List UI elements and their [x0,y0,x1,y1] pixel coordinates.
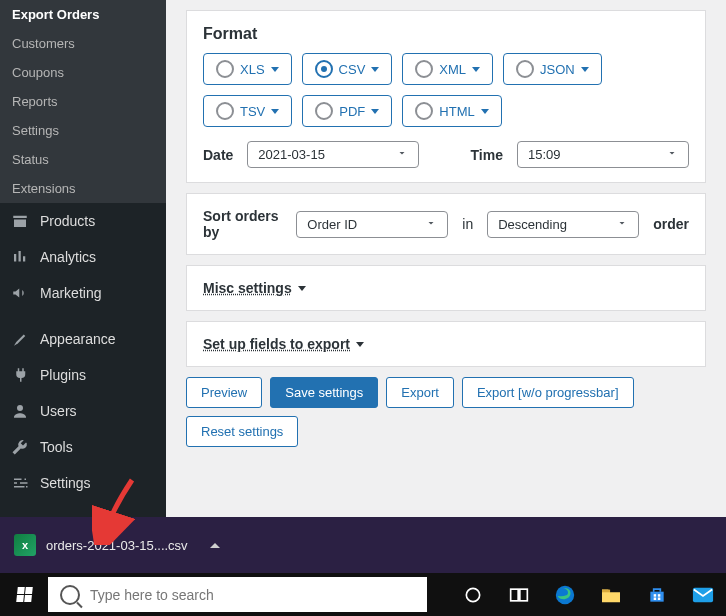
sidebar-item-settings[interactable]: Settings [0,116,166,145]
radio-icon [415,102,433,120]
sort-section: Sort orders by Order ID in Descending or… [186,193,706,255]
misc-settings-section: Misc settings [186,265,706,311]
chevron-down-icon [356,342,364,347]
plug-icon [10,365,30,385]
main-content: Format XLS CSV XML JSON TSV PDF HTML Dat… [166,0,726,527]
svg-rect-5 [654,594,657,597]
fields-section: Set up fields to export [186,321,706,367]
sort-label: Sort orders by [203,208,282,240]
radio-icon [216,102,234,120]
svg-rect-2 [520,589,528,601]
date-select[interactable]: 2021-03-15 [247,141,419,168]
sidebar-item-label: Analytics [40,249,96,265]
save-settings-button[interactable]: Save settings [270,377,378,408]
taskbar-store[interactable] [634,573,680,616]
sort-suffix-text: order [653,216,689,232]
taskbar-taskview[interactable] [496,573,542,616]
chevron-up-icon [210,543,220,548]
sidebar-item-extensions[interactable]: Extensions [0,174,166,203]
download-filename[interactable]: orders-2021-03-15....csv [46,538,188,553]
format-option-tsv[interactable]: TSV [203,95,292,127]
chevron-down-icon [666,147,678,162]
chevron-down-icon [472,67,480,72]
download-options-button[interactable] [206,536,224,554]
format-options: XLS CSV XML JSON TSV PDF HTML [203,53,689,127]
action-buttons: Preview Save settings Export Export [w/o… [186,377,706,447]
svg-point-0 [466,588,479,601]
chevron-down-icon [271,67,279,72]
format-title: Format [203,25,689,43]
sidebar-item-reports[interactable]: Reports [0,87,166,116]
svg-rect-1 [511,589,519,601]
format-option-xml[interactable]: XML [402,53,493,85]
radio-icon [315,60,333,78]
chevron-down-icon [425,217,437,232]
sidebar-item-label: Products [40,213,95,229]
misc-settings-toggle[interactable]: Misc settings [203,280,306,296]
sort-row: Sort orders by Order ID in Descending or… [203,208,689,240]
brush-icon [10,329,30,349]
sidebar-item-customers[interactable]: Customers [0,29,166,58]
search-icon [60,585,80,605]
chevron-down-icon [616,217,628,232]
archive-icon [10,211,30,231]
format-option-html[interactable]: HTML [402,95,501,127]
time-select[interactable]: 15:09 [517,141,689,168]
date-time-row: Date 2021-03-15 Time 15:09 [203,141,689,168]
sliders-icon [10,473,30,493]
format-option-json[interactable]: JSON [503,53,602,85]
sort-middle-text: in [462,216,473,232]
export-wo-progressbar-button[interactable]: Export [w/o progressbar] [462,377,634,408]
chevron-down-icon [396,147,408,162]
sort-direction-select[interactable]: Descending [487,211,639,238]
sidebar-item-label: Appearance [40,331,116,347]
sidebar-item-coupons[interactable]: Coupons [0,58,166,87]
taskbar-cortana[interactable] [450,573,496,616]
bar-chart-icon [10,247,30,267]
download-bar: x orders-2021-03-15....csv [0,517,726,573]
windows-taskbar: Type here to search [0,573,726,616]
sort-field-select[interactable]: Order ID [296,211,448,238]
date-label: Date [203,147,233,163]
megaphone-icon [10,283,30,303]
sidebar-item-plugins[interactable]: Plugins [0,357,166,393]
sidebar-item-export-orders[interactable]: Export Orders [0,0,166,29]
chevron-down-icon [271,109,279,114]
svg-rect-8 [658,597,661,600]
radio-icon [315,102,333,120]
format-option-xls[interactable]: XLS [203,53,292,85]
chevron-down-icon [371,67,379,72]
user-icon [10,401,30,421]
sidebar-item-appearance[interactable]: Appearance [0,321,166,357]
preview-button[interactable]: Preview [186,377,262,408]
sidebar-item-products[interactable]: Products [0,203,166,239]
taskbar-explorer[interactable] [588,573,634,616]
svg-rect-4 [602,589,610,592]
setup-fields-toggle[interactable]: Set up fields to export [203,336,364,352]
sidebar-item-marketing[interactable]: Marketing [0,275,166,311]
windows-logo-icon [16,587,33,602]
taskbar-search[interactable]: Type here to search [48,577,427,612]
format-option-csv[interactable]: CSV [302,53,393,85]
reset-settings-button[interactable]: Reset settings [186,416,298,447]
sidebar-item-users[interactable]: Users [0,393,166,429]
svg-rect-7 [654,597,657,600]
svg-rect-6 [658,594,661,597]
sidebar-item-tools[interactable]: Tools [0,429,166,465]
sidebar-item-label: Marketing [40,285,101,301]
taskbar-edge[interactable] [542,573,588,616]
sidebar-item-analytics[interactable]: Analytics [0,239,166,275]
export-button[interactable]: Export [386,377,454,408]
sidebar-item-status[interactable]: Status [0,145,166,174]
sidebar-item-label: Settings [40,475,91,491]
wrench-icon [10,437,30,457]
sidebar-item-label: Plugins [40,367,86,383]
wp-admin-sidebar: Export Orders Customers Coupons Reports … [0,0,166,517]
radio-icon [516,60,534,78]
search-placeholder: Type here to search [90,587,214,603]
start-button[interactable] [0,573,48,616]
format-option-pdf[interactable]: PDF [302,95,392,127]
radio-icon [415,60,433,78]
taskbar-mail[interactable] [680,573,726,616]
sidebar-item-settings[interactable]: Settings [0,465,166,501]
